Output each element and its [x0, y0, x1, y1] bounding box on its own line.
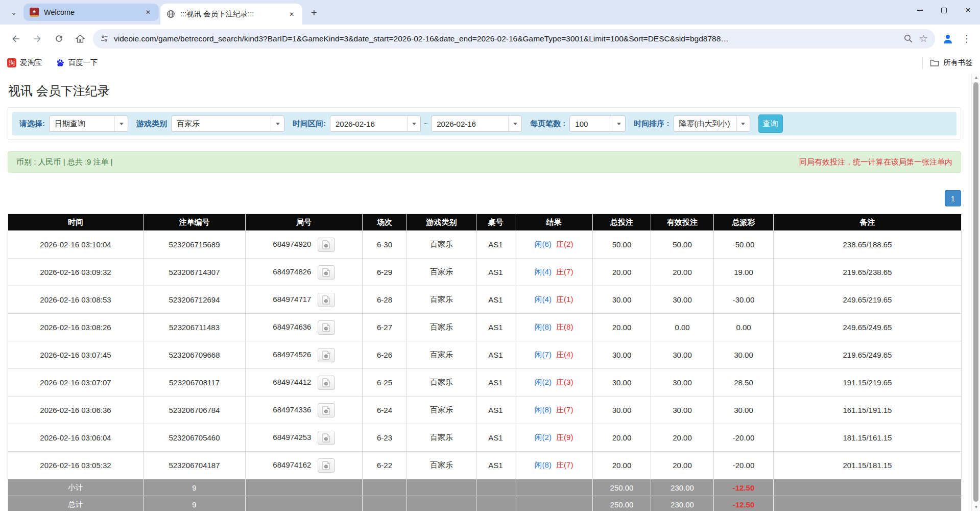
dropdown-arrow-icon[interactable] [407, 116, 420, 131]
tab-close-icon[interactable]: ✕ [144, 8, 153, 17]
cell-total-bet[interactable]: 20.00 [593, 314, 651, 341]
video-file-icon [322, 323, 330, 332]
game-kind-select[interactable]: 百家乐 [171, 115, 284, 132]
profile-avatar[interactable] [939, 30, 957, 48]
tab-close-icon[interactable]: ✕ [287, 10, 296, 19]
query-type-select[interactable]: 日期查询 [49, 115, 128, 132]
col-game-kind: 游戏类别 [407, 214, 476, 231]
bookmark-aitaobao[interactable]: 淘 爱淘宝 [7, 58, 42, 67]
dropdown-arrow-icon[interactable] [114, 116, 128, 131]
cell-valid-bet: 30.00 [651, 286, 714, 314]
bookmark-star-icon[interactable]: ☆ [919, 33, 928, 44]
cell-payout: -30.00 [714, 286, 774, 314]
window-maximize-button[interactable] [932, 0, 956, 20]
back-button[interactable] [7, 30, 25, 48]
dropdown-arrow-icon[interactable] [508, 116, 521, 131]
video-replay-button[interactable] [318, 265, 335, 280]
browser-menu-button[interactable]: ⋮ [961, 33, 973, 44]
page-size-select[interactable]: 100 [569, 115, 626, 132]
search-button[interactable]: 查询 [758, 114, 783, 133]
reload-button[interactable] [50, 30, 67, 48]
forward-button[interactable] [29, 30, 46, 48]
browser-tab-welcome[interactable]: ♠ Welcome ✕ [23, 4, 159, 21]
page-scrollbar[interactable]: ▲ ▼ [971, 73, 980, 511]
cell-round: 684974412 [246, 369, 363, 397]
banker-result: 庄(9) [554, 433, 573, 442]
bet-table-footer: 小计 9 250.00 230.00 -12.50 总计 9 250.00 23… [8, 479, 962, 511]
home-button[interactable] [71, 30, 89, 48]
cell-game-kind: 百家乐 [407, 424, 476, 452]
video-replay-button[interactable] [318, 458, 335, 473]
cell-session: 6-27 [363, 314, 407, 341]
cell-session: 6-26 [363, 341, 407, 369]
cell-result: 闲(8) 庄(8) [515, 314, 593, 341]
cell-total-bet[interactable]: 20.00 [593, 259, 651, 286]
close-icon: ✕ [965, 6, 971, 14]
cell-remark: 191.15/219.65 [774, 369, 962, 397]
bookmark-label: 爱淘宝 [20, 58, 42, 67]
cell-total-bet[interactable]: 30.00 [593, 369, 651, 397]
col-payout: 总派彩 [714, 214, 774, 231]
cell-remark: 249.65/219.65 [774, 286, 962, 314]
cell-time: 2026-02-16 03:08:26 [8, 314, 144, 341]
cell-total-bet[interactable]: 30.00 [593, 286, 651, 314]
table-row: 2026-02-16 03:06:36 523206706784 6849743… [8, 397, 962, 424]
window-close-button[interactable]: ✕ [956, 0, 980, 20]
cell-session: 6-29 [363, 259, 407, 286]
page-1-button[interactable]: 1 [945, 190, 961, 206]
baidu-paw-icon [56, 58, 65, 67]
video-replay-button[interactable] [318, 376, 335, 390]
sort-order-select[interactable]: 降幂(由大到小) [674, 115, 750, 132]
window-minimize-button[interactable] [908, 0, 932, 20]
video-replay-button[interactable] [318, 320, 335, 335]
cell-session: 6-25 [363, 369, 407, 397]
address-bar[interactable]: videoie.com/game/betrecord_search/kind3?… [93, 29, 935, 49]
cell-total-bet[interactable]: 30.00 [593, 341, 651, 369]
currency-total-text: 币别 : 人民币 | 总共 :9 注单 | [16, 157, 113, 167]
player-result: 闲(2) [535, 378, 552, 386]
video-replay-button[interactable] [318, 403, 335, 417]
cell-table-no: AS1 [476, 424, 515, 452]
table-row: 2026-02-16 03:08:53 523206712694 6849747… [8, 286, 962, 314]
all-bookmarks-button[interactable]: 所有书签 [922, 57, 973, 68]
cell-total-bet[interactable]: 50.00 [593, 231, 651, 259]
table-row: 2026-02-16 03:07:45 523206709668 6849745… [8, 341, 962, 369]
globe-icon [166, 10, 175, 18]
scroll-down-icon[interactable]: ▼ [972, 503, 980, 511]
dropdown-arrow-icon[interactable] [271, 116, 284, 131]
col-valid-bet: 有效投注 [651, 214, 714, 231]
col-session: 场次 [363, 214, 407, 231]
cell-round: 684974526 [246, 341, 363, 369]
browser-tab-active[interactable]: :::视讯 会员下注纪录::: ✕ [160, 4, 302, 25]
cell-game-kind: 百家乐 [407, 369, 476, 397]
tab-search-button[interactable]: ⌄ [6, 5, 21, 20]
new-tab-button[interactable]: + [306, 5, 322, 20]
video-replay-button[interactable] [318, 293, 335, 307]
cell-total-bet[interactable]: 20.00 [593, 452, 651, 479]
video-file-icon [322, 351, 330, 360]
video-replay-button[interactable] [318, 348, 335, 362]
cell-time: 2026-02-16 03:08:53 [8, 286, 144, 314]
cell-game-kind: 百家乐 [407, 397, 476, 424]
dropdown-arrow-icon[interactable] [612, 116, 625, 131]
date-start-select[interactable]: 2026-02-16 [330, 115, 421, 132]
video-replay-button[interactable] [318, 238, 335, 252]
video-replay-button[interactable] [318, 431, 335, 445]
cell-valid-bet: 0.00 [651, 314, 714, 341]
zoom-icon[interactable] [903, 34, 913, 43]
cell-total-bet[interactable]: 20.00 [593, 424, 651, 452]
scroll-up-icon[interactable]: ▲ [972, 73, 980, 81]
player-result: 闲(4) [535, 267, 552, 276]
col-remark: 备注 [774, 214, 962, 231]
table-row: 2026-02-16 03:06:04 523206705460 6849742… [8, 424, 962, 452]
date-end-select[interactable]: 2026-02-16 [431, 115, 522, 132]
cell-payout: -50.00 [714, 231, 774, 259]
tab-title: :::视讯 会员下注纪录::: [180, 9, 287, 19]
dropdown-arrow-icon[interactable] [736, 116, 750, 131]
cell-valid-bet: 30.00 [651, 397, 714, 424]
bookmark-baidu[interactable]: 百度一下 [56, 58, 98, 67]
bookmarks-bar: 淘 爱淘宝 百度一下 所有书签 [0, 53, 980, 73]
scrollbar-thumb[interactable] [973, 82, 978, 502]
minimize-icon [917, 10, 923, 11]
cell-total-bet[interactable]: 30.00 [593, 397, 651, 424]
